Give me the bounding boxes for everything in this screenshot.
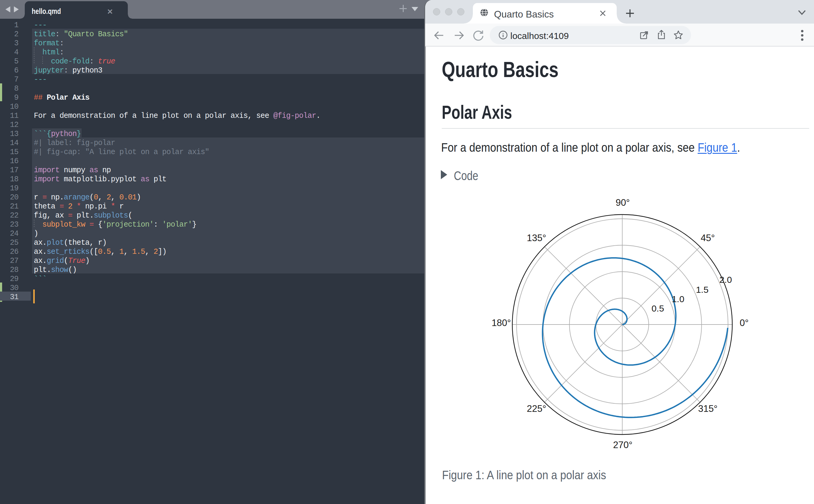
svg-text:0.5: 0.5 bbox=[651, 303, 664, 313]
svg-text:225°: 225° bbox=[527, 403, 546, 414]
svg-text:45°: 45° bbox=[701, 233, 715, 243]
svg-text:270°: 270° bbox=[613, 440, 632, 450]
svg-text:315°: 315° bbox=[698, 403, 717, 414]
svg-text:135°: 135° bbox=[527, 233, 546, 243]
svg-text:180°: 180° bbox=[492, 318, 511, 328]
svg-text:1.0: 1.0 bbox=[672, 294, 684, 304]
svg-text:2.0: 2.0 bbox=[719, 275, 732, 285]
svg-text:0°: 0° bbox=[740, 318, 749, 328]
svg-text:1.5: 1.5 bbox=[696, 285, 709, 295]
svg-text:90°: 90° bbox=[616, 197, 630, 208]
